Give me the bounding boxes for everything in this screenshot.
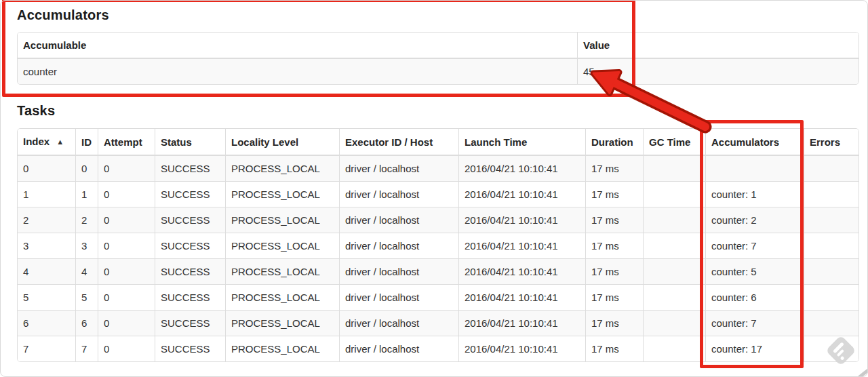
- table-cell: PROCESS_LOCAL: [226, 207, 340, 233]
- table-cell: SUCCESS: [155, 285, 226, 311]
- tasks-header-row: Index▲ ID Attempt Status Locality Level …: [18, 129, 859, 156]
- table-cell: 2016/04/21 10:10:41: [459, 336, 586, 361]
- table-cell: 2016/04/21 10:10:41: [459, 156, 586, 182]
- table-cell: [804, 311, 859, 336]
- table-cell: 0: [98, 259, 155, 285]
- table-cell: 0: [98, 233, 155, 259]
- table-cell: [644, 207, 706, 233]
- table-cell: 7: [18, 336, 76, 361]
- table-cell: 17 ms: [586, 233, 644, 259]
- table-cell: [644, 259, 706, 285]
- table-cell: counter: 6: [706, 285, 804, 311]
- accumulators-table-wrap: Accumulable Value counter45: [17, 32, 859, 85]
- accumulators-table: Accumulable Value counter45: [18, 33, 859, 84]
- table-cell: 6: [76, 311, 98, 336]
- tasks-table: Index▲ ID Attempt Status Locality Level …: [18, 129, 859, 361]
- col-header-index-label: Index: [23, 136, 50, 147]
- table-cell: 1: [76, 182, 98, 207]
- col-header-executor-id-host[interactable]: Executor ID / Host: [340, 129, 459, 156]
- table-cell: [804, 233, 859, 259]
- table-cell: [644, 311, 706, 336]
- table-cell: driver / localhost: [340, 336, 459, 361]
- table-cell: 17 ms: [586, 182, 644, 207]
- table-cell: 2016/04/21 10:10:41: [459, 233, 586, 259]
- table-cell: driver / localhost: [340, 233, 459, 259]
- table-cell: PROCESS_LOCAL: [226, 259, 340, 285]
- table-cell: 17 ms: [586, 259, 644, 285]
- table-cell: 0: [98, 207, 155, 233]
- table-cell: counter: 1: [706, 182, 804, 207]
- corner-artifact-line: [857, 365, 868, 377]
- table-cell: SUCCESS: [155, 259, 226, 285]
- table-cell: 0: [98, 336, 155, 361]
- table-row: 440SUCCESSPROCESS_LOCALdriver / localhos…: [18, 259, 859, 285]
- table-cell: driver / localhost: [340, 156, 459, 182]
- table-cell: driver / localhost: [340, 207, 459, 233]
- table-cell: 4: [76, 259, 98, 285]
- table-cell: [706, 156, 804, 182]
- table-cell: 2016/04/21 10:10:41: [459, 207, 586, 233]
- table-cell: [644, 182, 706, 207]
- table-cell: counter: 7: [706, 311, 804, 336]
- table-cell: driver / localhost: [340, 182, 459, 207]
- table-cell: 17 ms: [586, 336, 644, 361]
- table-cell: 3: [18, 233, 76, 259]
- table-cell: SUCCESS: [155, 336, 226, 361]
- table-row: counter45: [18, 59, 859, 84]
- accumulators-table-body: counter45: [18, 59, 859, 84]
- sort-ascending-icon: ▲: [56, 138, 64, 146]
- table-cell: 7: [76, 336, 98, 361]
- table-row: 220SUCCESSPROCESS_LOCALdriver / localhos…: [18, 207, 859, 233]
- table-cell: 5: [18, 285, 76, 311]
- table-cell: counter: [18, 59, 578, 84]
- col-header-duration[interactable]: Duration: [586, 129, 644, 156]
- table-cell: 5: [76, 285, 98, 311]
- table-cell: PROCESS_LOCAL: [226, 336, 340, 361]
- table-row: 000SUCCESSPROCESS_LOCALdriver / localhos…: [18, 156, 859, 182]
- tasks-section-heading: Tasks: [17, 102, 859, 119]
- col-header-accumulators[interactable]: Accumulators: [706, 129, 804, 156]
- table-row: 770SUCCESSPROCESS_LOCALdriver / localhos…: [18, 336, 859, 361]
- table-cell: [644, 156, 706, 182]
- col-header-locality-level[interactable]: Locality Level: [226, 129, 340, 156]
- table-cell: 3: [76, 233, 98, 259]
- col-header-launch-time[interactable]: Launch Time: [459, 129, 586, 156]
- table-cell: counter: 5: [706, 259, 804, 285]
- table-cell: 17 ms: [586, 156, 644, 182]
- table-cell: driver / localhost: [340, 285, 459, 311]
- table-cell: SUCCESS: [155, 207, 226, 233]
- table-cell: counter: 2: [706, 207, 804, 233]
- col-header-gc-time[interactable]: GC Time: [644, 129, 706, 156]
- watermark-dot: [840, 356, 845, 361]
- table-cell: [804, 207, 859, 233]
- tasks-table-wrap: Index▲ ID Attempt Status Locality Level …: [17, 128, 859, 362]
- table-cell: counter: 7: [706, 233, 804, 259]
- col-header-status[interactable]: Status: [155, 129, 226, 156]
- table-cell: 2: [18, 207, 76, 233]
- table-row: 550SUCCESSPROCESS_LOCALdriver / localhos…: [18, 285, 859, 311]
- accumulators-section-heading: Accumulators: [17, 7, 859, 23]
- col-header-value[interactable]: Value: [578, 33, 859, 59]
- col-header-id[interactable]: ID: [76, 129, 98, 156]
- table-row: 110SUCCESSPROCESS_LOCALdriver / localhos…: [18, 182, 859, 207]
- table-cell: 0: [98, 311, 155, 336]
- table-cell: 2016/04/21 10:10:41: [459, 311, 586, 336]
- table-cell: 17 ms: [586, 207, 644, 233]
- tasks-table-body: 000SUCCESSPROCESS_LOCALdriver / localhos…: [18, 156, 859, 361]
- col-header-errors[interactable]: Errors: [804, 129, 859, 156]
- table-cell: 2016/04/21 10:10:41: [459, 182, 586, 207]
- accumulators-header-row: Accumulable Value: [18, 33, 859, 59]
- col-header-attempt[interactable]: Attempt: [98, 129, 155, 156]
- table-cell: 0: [98, 156, 155, 182]
- table-cell: 6: [18, 311, 76, 336]
- table-cell: 0: [76, 156, 98, 182]
- col-header-index[interactable]: Index▲: [18, 129, 76, 156]
- table-cell: [644, 285, 706, 311]
- table-cell: [804, 259, 859, 285]
- table-cell: PROCESS_LOCAL: [226, 311, 340, 336]
- col-header-accumulable[interactable]: Accumulable: [18, 33, 578, 59]
- table-cell: 2016/04/21 10:10:41: [459, 259, 586, 285]
- table-cell: 4: [18, 259, 76, 285]
- table-cell: driver / localhost: [340, 259, 459, 285]
- table-cell: 17 ms: [586, 285, 644, 311]
